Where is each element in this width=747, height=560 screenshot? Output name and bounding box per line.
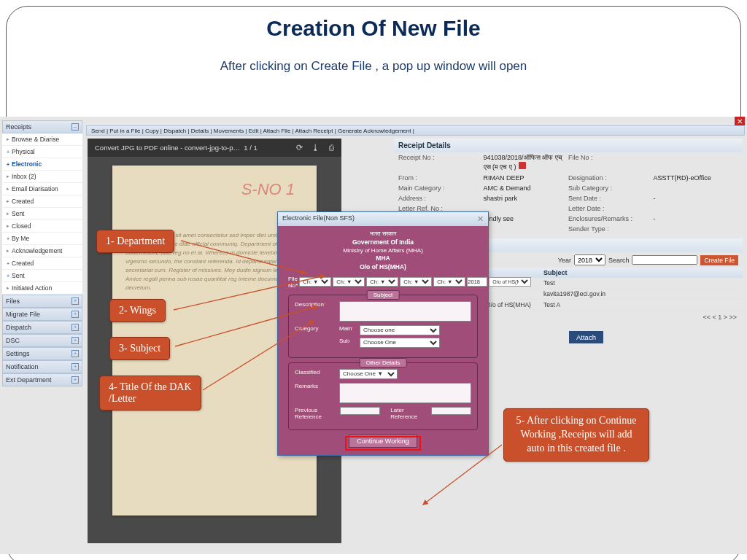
file-no-label: File No*	[288, 276, 298, 289]
subject-section: Subject Description* Category Main*Choos…	[288, 295, 478, 358]
search-label: Search	[608, 257, 630, 264]
create-file-modal: Electronic File(Non SFS) ✕ भारत सरकार Go…	[277, 211, 489, 456]
category-sub-select[interactable]: Choose One	[360, 338, 440, 348]
detail-row: From :RIMAN DEEPDesignation :ASSTT(RD)-e…	[394, 173, 743, 183]
file-no-row: File No* Ch: ▼ Ch: ▼ Ch: ▼ Ch: ▼ Ch: ▼ O…	[288, 276, 478, 289]
other-details-heading: Other Details	[360, 358, 407, 368]
sidebar-item[interactable]: ▸Email Diarisation	[2, 183, 82, 195]
sidebar-item[interactable]: +Physical	[2, 146, 82, 158]
description-input[interactable]	[339, 301, 471, 322]
sidebar-group-notification[interactable]: Notification+	[2, 360, 82, 373]
attach-button[interactable]: Attach	[569, 331, 603, 343]
government-heading: भारत सरकार Government Of India Ministry …	[288, 230, 478, 272]
remarks-input[interactable]	[339, 383, 471, 403]
highlight-continue	[345, 436, 421, 451]
callout-department: 1- Department	[96, 230, 174, 253]
fileno-dd4[interactable]: Ch: ▼	[400, 277, 432, 287]
category-main-select[interactable]: Choose one	[360, 325, 440, 335]
download-icon[interactable]: ⭳	[311, 143, 320, 152]
sidebar-item[interactable]: ▸Closed	[2, 220, 82, 233]
other-details-section: Other Details ClassifiedChoose One ▼ Rem…	[288, 362, 478, 430]
search-input[interactable]	[632, 255, 697, 265]
sidebar-group-files[interactable]: Files+	[2, 295, 82, 308]
later-ref-input[interactable]	[431, 407, 471, 415]
fileno-dd1[interactable]: Ch: ▼	[299, 277, 331, 287]
year-label: Year	[558, 257, 571, 264]
action-toolbar[interactable]: Send | Put in a File | Copy | Dispatch |…	[86, 125, 745, 136]
rotate-icon[interactable]: ⟳	[296, 143, 303, 152]
sidebar-item[interactable]: ▸Browse & Diarise	[2, 133, 82, 146]
sidebar-item[interactable]: +Electronic	[2, 158, 82, 171]
detail-row: Main Category :AMC & DemandSub Category …	[394, 183, 743, 193]
pdf-title: Convert JPG to PDF online - convert-jpg-…	[95, 144, 240, 152]
sidebar-item[interactable]: ▸Sent	[2, 208, 82, 220]
callout-continue-working: 5- After clicking on Continue Working ,R…	[503, 408, 649, 462]
callout-subject: 3- Subject	[109, 337, 170, 360]
print-icon[interactable]: ⎙	[329, 143, 334, 152]
year-select[interactable]: 2018	[574, 254, 605, 265]
sidebar-group-settings[interactable]: Settings+	[2, 347, 82, 360]
left-sidebar: Receipts– ▸Browse & Diarise+Physical+Ele…	[2, 120, 82, 386]
sidebar-item[interactable]: ▸Created	[2, 195, 82, 208]
sidebar-item[interactable]: ▸Inbox (2)	[2, 171, 82, 183]
pdf-page-count: 1 / 1	[244, 144, 258, 152]
detail-row: Receipt No :941038/2018/ऑफिस ऑफ एच् एस (…	[394, 152, 743, 173]
classified-select[interactable]: Choose One ▼	[339, 369, 398, 379]
sidebar-group-dsc[interactable]: DSC+	[2, 334, 82, 347]
sidebar-item[interactable]: ▸Initiated Action	[2, 282, 82, 295]
modal-title: Electronic File(Non SFS)	[282, 214, 355, 224]
sidebar-item[interactable]: +Sent	[2, 270, 82, 282]
sidebar-item[interactable]: +By Me	[2, 233, 82, 245]
sidebar-item[interactable]: ▸Acknowledgement	[2, 245, 82, 257]
fileno-office[interactable]: O/o of HS(MHA ▼	[489, 277, 531, 287]
detail-row: Address :shastri parkSent Date :-	[394, 193, 743, 203]
sidebar-group-migrate[interactable]: Migrate File+	[2, 308, 82, 321]
sidebar-item[interactable]: +Created	[2, 257, 82, 270]
callout-title-dak: 4- Title Of the DAK /Letter	[99, 376, 201, 411]
create-file-button[interactable]: Create File	[700, 255, 738, 265]
prev-ref-input[interactable]	[340, 407, 380, 415]
sidebar-group-receipts[interactable]: Receipts–	[2, 120, 82, 133]
modal-close-icon[interactable]: ✕	[477, 214, 484, 224]
app-screenshot: ✕ Receipts– ▸Browse & Diarise+Physical+E…	[0, 117, 747, 554]
subject-heading: Subject	[367, 290, 400, 300]
callout-wings: 2- Wings	[109, 299, 166, 322]
fileno-dd3[interactable]: Ch: ▼	[366, 277, 398, 287]
sidebar-group-dispatch[interactable]: Dispatch+	[2, 321, 82, 334]
fileno-dd5[interactable]: Ch: ▼	[433, 277, 465, 287]
receipt-details-header: Receipt Details	[394, 139, 743, 152]
fileno-year[interactable]	[467, 277, 487, 287]
fileno-dd2[interactable]: Ch: ▼	[333, 277, 365, 287]
sidebar-group-ext[interactable]: Ext Department+	[2, 373, 82, 386]
